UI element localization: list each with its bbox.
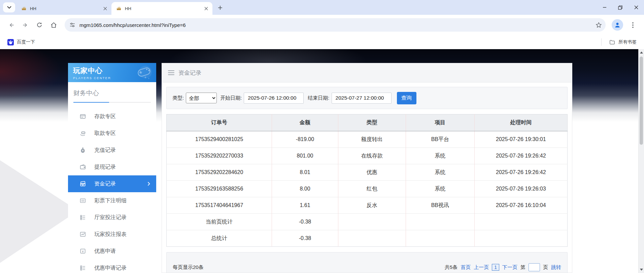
sidebar-item-label: 存款专区 — [94, 113, 150, 120]
table-cell: 1753517404641967 — [167, 197, 272, 214]
sidebar-item-3[interactable]: ¥ 充值记录 — [68, 142, 156, 159]
all-bookmarks-label: 所有书签 — [618, 39, 637, 45]
home-button[interactable] — [47, 19, 60, 31]
svg-text:¥: ¥ — [81, 249, 84, 253]
sidebar-item-6[interactable]: 彩票下注明细 — [68, 192, 156, 209]
column-header: 金额 — [272, 114, 338, 131]
jump-page-input[interactable] — [529, 263, 540, 271]
sidebar-item-8[interactable]: 玩家投注报表 — [68, 226, 156, 243]
tab-search-button[interactable] — [3, 2, 15, 12]
report-chart-icon — [80, 231, 86, 237]
gamepad-icon — [135, 65, 153, 81]
baidu-paw-icon — [7, 39, 14, 45]
all-bookmarks[interactable]: 所有书签 — [607, 38, 639, 47]
scrollbar-thumb[interactable] — [640, 57, 643, 145]
table-cell: 8.01 — [272, 164, 338, 181]
table-row: 17535174046419671.61反水BB视讯2025-07-26 16:… — [167, 197, 568, 214]
tab-1[interactable]: HH — [16, 2, 111, 15]
current-page-indicator[interactable]: 1 — [492, 264, 499, 271]
close-window-button[interactable] — [628, 0, 644, 15]
page-scrollbar[interactable] — [638, 49, 644, 273]
start-date-input[interactable] — [244, 93, 304, 104]
column-header: 类型 — [338, 114, 406, 131]
search-button[interactable]: 查询 — [397, 92, 416, 104]
table-cell — [338, 214, 406, 230]
new-tab-button[interactable] — [215, 3, 225, 13]
chevron-down-icon — [7, 6, 11, 9]
sidebar-item-7[interactable]: 厅室投注记录 — [68, 209, 156, 226]
type-select[interactable]: 全部 — [186, 93, 217, 103]
promo-icon: ¥ — [80, 248, 86, 254]
bookmark-baidu[interactable]: 百度一下 — [5, 38, 37, 47]
sidebar-item-5[interactable]: 资金记录 — [68, 175, 156, 192]
table-cell: 额度转出 — [338, 131, 406, 148]
table-cell — [338, 230, 406, 247]
bookmarks-bar: 百度一下 所有书签 — [0, 35, 644, 49]
sidebar-item-label: 厅室投注记录 — [94, 214, 150, 221]
url-text[interactable]: mgm1065.com/hhcp/usercenter.html?iniType… — [79, 22, 595, 28]
end-date-input[interactable] — [332, 93, 392, 104]
browser-menu-button[interactable] — [626, 19, 639, 31]
table-row: 17535292022846208.01优惠系统2025-07-26 19:26… — [167, 164, 568, 181]
table-cell: 优惠 — [338, 164, 406, 181]
list-detail-icon — [80, 265, 86, 271]
sidebar-item-label: 彩票下注明细 — [94, 197, 150, 204]
sidebar-item-label: 优惠申请记录 — [94, 265, 150, 272]
profile-avatar[interactable] — [612, 19, 623, 31]
end-date-label: 结束日期: — [308, 95, 329, 101]
table-cell: 2025-07-26 19:30:01 — [474, 131, 567, 148]
section-underline — [73, 102, 151, 103]
sidebar-item-10[interactable]: 优惠申请记录 — [68, 260, 156, 273]
fund-records-panel: 资金记录 类型: 全部 开始日期: 结束日期: 查询 订单号金额类型项目处理时间… — [162, 63, 572, 273]
scroll-down-arrow[interactable] — [639, 267, 644, 272]
jump-suffix-label: 页 — [543, 264, 548, 271]
page-size-text: 每页显示20条 — [173, 264, 204, 271]
table-cell: 红包 — [338, 181, 406, 197]
table-cell: 1753529202270033 — [167, 148, 272, 164]
hamburger-icon — [168, 70, 174, 75]
sidebar-item-1[interactable]: 存款专区 — [68, 108, 156, 125]
back-button[interactable] — [5, 19, 18, 31]
table-cell: 801.00 — [272, 148, 338, 164]
table-cell — [406, 214, 474, 230]
sidebar-item-label: 优惠申请 — [94, 248, 150, 255]
next-page-link[interactable]: 下一页 — [502, 264, 517, 271]
total-count-text: 共5条 — [445, 264, 457, 271]
table-cell: 系统 — [406, 148, 474, 164]
list-icon — [80, 198, 86, 204]
table-cell: 8.00 — [272, 181, 338, 197]
bookmark-star-icon[interactable] — [595, 22, 602, 29]
sidebar-item-label: 玩家投注报表 — [94, 231, 150, 238]
tab-close-icon[interactable] — [203, 5, 209, 11]
sidebar-item-label: 充值记录 — [94, 147, 150, 154]
filter-bar: 类型: 全部 开始日期: 结束日期: 查询 — [166, 87, 568, 109]
scroll-up-arrow[interactable] — [639, 50, 644, 55]
sidebar-item-2[interactable]: 取款专区 — [68, 125, 156, 142]
bookmarks-divider — [601, 38, 602, 46]
start-date-label: 开始日期: — [220, 95, 242, 101]
address-bar[interactable]: mgm1065.com/hhcp/usercenter.html?iniType… — [65, 18, 606, 32]
table-cell: -0.38 — [272, 230, 338, 247]
tab-close-icon[interactable] — [102, 5, 108, 11]
jump-prefix-label: 第 — [520, 264, 526, 271]
table-row: 17535291635882568.00红包系统2025-07-26 19:26… — [167, 181, 568, 197]
finance-center-heading: 财务中心 — [73, 89, 151, 102]
reload-button[interactable] — [33, 19, 46, 31]
first-page-link[interactable]: 首页 — [461, 264, 471, 271]
browser-toolbar: mgm1065.com/hhcp/usercenter.html?iniType… — [0, 15, 644, 35]
tab-strip: HH HH — [0, 0, 644, 15]
minimize-button[interactable] — [597, 0, 612, 15]
fund-records-table: 订单号金额类型项目处理时间 1753529400281025-819.00额度转… — [166, 114, 568, 247]
sidebar-item-4[interactable]: 提现记录 — [68, 159, 156, 175]
table-cell: 系统 — [406, 181, 474, 197]
table-row: 1753529400281025-819.00额度转出BB平台2025-07-2… — [167, 131, 568, 148]
panel-header: 资金记录 — [162, 63, 572, 82]
sidebar-item-9[interactable]: ¥ 优惠申请 — [68, 243, 156, 260]
prev-page-link[interactable]: 上一页 — [474, 264, 489, 271]
table-cell: 系统 — [406, 164, 474, 181]
forward-button[interactable] — [19, 19, 32, 31]
table-cell: BB视讯 — [406, 197, 474, 214]
maximize-button[interactable] — [612, 0, 628, 15]
jump-link[interactable]: 跳转 — [551, 264, 561, 271]
tab-2-active[interactable]: HH — [111, 2, 212, 15]
